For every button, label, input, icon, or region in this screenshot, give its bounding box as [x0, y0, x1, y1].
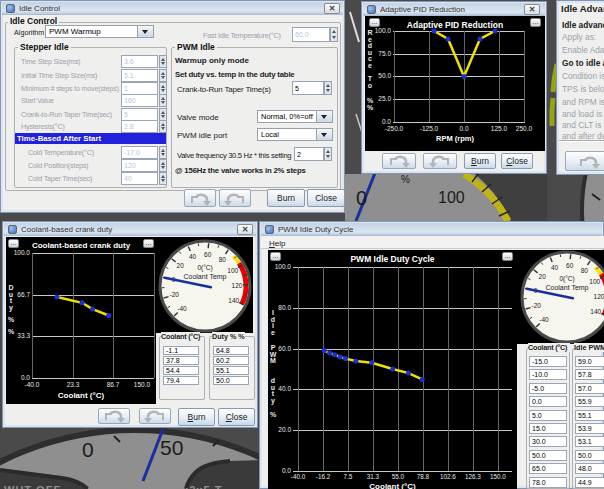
svg-text:-20: -20	[170, 291, 180, 298]
svg-text:120: 120	[594, 293, 604, 300]
svg-text:80: 80	[219, 256, 227, 263]
svg-text:-40: -40	[539, 316, 549, 323]
svg-text:140: 140	[228, 297, 239, 304]
svg-text:80: 80	[581, 267, 589, 274]
svg-text:60: 60	[204, 251, 212, 258]
svg-text:60: 60	[566, 262, 574, 269]
svg-text:Coolant Temp: Coolant Temp	[183, 273, 226, 281]
svg-text:100: 100	[589, 278, 600, 285]
svg-text:20: 20	[539, 273, 547, 280]
svg-text:40: 40	[189, 253, 197, 260]
svg-text:100: 100	[227, 267, 238, 274]
svg-text:-40: -40	[177, 305, 187, 312]
svg-text:140: 140	[590, 308, 601, 315]
svg-text:-20: -20	[532, 302, 542, 309]
svg-text:0(°C): 0(°C)	[559, 275, 574, 283]
svg-text:20: 20	[177, 262, 185, 269]
svg-text:40: 40	[551, 264, 559, 271]
svg-text:Coolant Temp: Coolant Temp	[545, 284, 588, 292]
svg-text:120: 120	[232, 282, 243, 289]
svg-text:0(°C): 0(°C)	[197, 264, 212, 272]
